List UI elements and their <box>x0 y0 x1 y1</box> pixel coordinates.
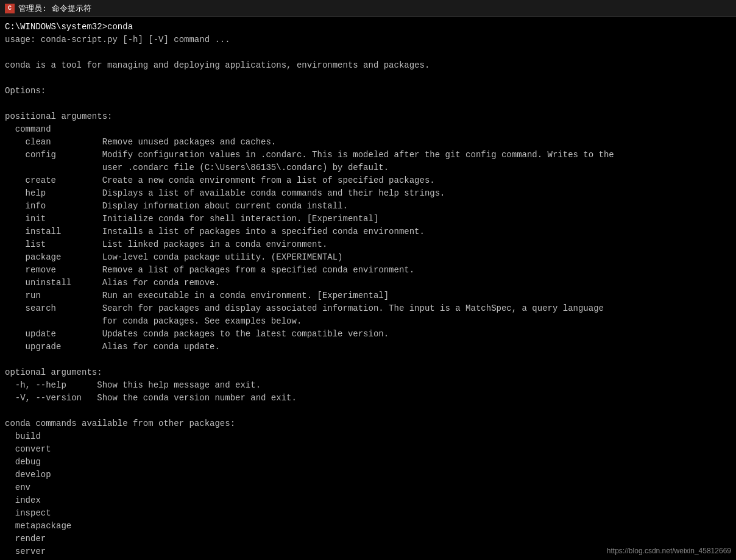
terminal-line: install Installs a list of packages into… <box>5 225 731 238</box>
title-bar-title: 管理员: 命令提示符 <box>18 3 91 14</box>
terminal-line: build <box>5 430 731 443</box>
terminal-line: debug <box>5 456 731 469</box>
terminal-line: conda commands available from other pack… <box>5 417 731 430</box>
terminal-line: Options: <box>5 85 731 97</box>
terminal-body: C:\WINDOWS\system32>condausage: conda-sc… <box>0 17 736 560</box>
watermark: https://blog.csdn.net/weixin_45812669 <box>607 547 731 555</box>
terminal-line: for conda packages. See examples below. <box>5 315 731 328</box>
terminal-line: package Low-level conda package utility.… <box>5 251 731 264</box>
terminal-line: init Initialize conda for shell interact… <box>5 213 731 225</box>
terminal-line: usage: conda-script.py [-h] [-V] command… <box>5 34 731 46</box>
terminal-line: C:\WINDOWS\system32>conda <box>5 21 731 34</box>
terminal-line: update Updates conda packages to the lat… <box>5 328 731 341</box>
terminal-line: conda is a tool for managing and deployi… <box>5 59 731 72</box>
terminal-line: convert <box>5 443 731 456</box>
terminal-line: optional arguments: <box>5 366 731 379</box>
terminal-line: config Modify configuration values in .c… <box>5 149 731 161</box>
terminal-line: command <box>5 123 731 136</box>
terminal-line: inspect <box>5 507 731 520</box>
title-bar: C 管理员: 命令提示符 <box>0 0 736 17</box>
terminal-empty-line <box>5 46 731 59</box>
terminal-line: develop <box>5 469 731 481</box>
terminal-empty-line <box>5 97 731 110</box>
terminal-line: info Display information about current c… <box>5 200 731 213</box>
terminal-line: search Search for packages and display a… <box>5 302 731 315</box>
terminal-line: clean Remove unused packages and caches. <box>5 136 731 149</box>
terminal-line: index <box>5 494 731 507</box>
terminal-empty-line <box>5 405 731 417</box>
terminal-line: -V, --version Show the conda version num… <box>5 392 731 405</box>
terminal-line: -h, --help Show this help message and ex… <box>5 379 731 392</box>
title-bar-icon: C <box>5 4 15 13</box>
terminal-line: user .condarc file (C:\Users\86135\.cond… <box>5 161 731 174</box>
terminal-line: remove Remove a list of packages from a … <box>5 264 731 277</box>
terminal-line: help Displays a list of available conda … <box>5 187 731 200</box>
terminal-line: metapackage <box>5 520 731 533</box>
terminal-line: uninstall Alias for conda remove. <box>5 277 731 289</box>
terminal-line: env <box>5 481 731 494</box>
terminal-line: run Run an executable in a conda environ… <box>5 289 731 302</box>
terminal-line: list List linked packages in a conda env… <box>5 238 731 251</box>
terminal-empty-line <box>5 353 731 366</box>
terminal-line: create Create a new conda environment fr… <box>5 174 731 187</box>
terminal-line: positional arguments: <box>5 110 731 123</box>
terminal-line: upgrade Alias for conda update. <box>5 341 731 353</box>
terminal-empty-line <box>5 72 731 85</box>
terminal-line: render <box>5 533 731 545</box>
